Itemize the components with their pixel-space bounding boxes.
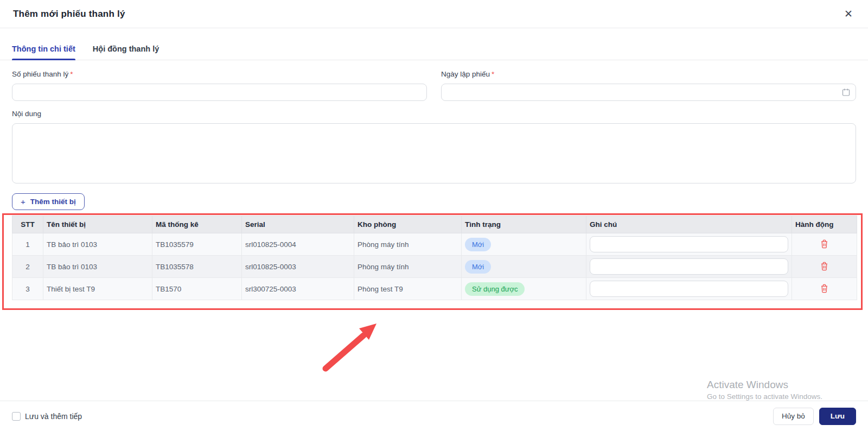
field-noi-dung: Nội dung xyxy=(12,110,856,186)
cell-hanh-dong xyxy=(792,278,857,300)
cell-hanh-dong xyxy=(792,233,857,256)
watermark-line2: Go to Settings to activate Windows. xyxy=(707,392,822,401)
close-icon[interactable]: ✕ xyxy=(842,7,855,21)
cell-ten-thiet-bi: Thiết bị test T9 xyxy=(43,278,152,300)
trash-icon xyxy=(820,284,828,293)
cell-kho-phong: Phòng test T9 xyxy=(354,278,462,300)
col-header-tinh-trang: Tình trạng xyxy=(462,216,586,233)
ngay-lap-input[interactable] xyxy=(441,84,856,101)
plus-icon: + xyxy=(21,197,25,206)
cell-ghi-chu xyxy=(586,278,792,300)
delete-row-button[interactable] xyxy=(819,238,829,250)
status-badge: Sử dụng được xyxy=(465,282,525,296)
cancel-button[interactable]: Hủy bỏ xyxy=(773,408,814,425)
add-device-button[interactable]: + Thêm thiết bị xyxy=(12,193,85,210)
required-asterisk: * xyxy=(70,70,73,78)
cell-ghi-chu xyxy=(586,233,792,256)
noi-dung-label: Nội dung xyxy=(12,110,856,118)
page-title: Thêm mới phiếu thanh lý xyxy=(13,9,125,20)
tab-thong-tin-chi-tiet[interactable]: Thông tin chi tiết xyxy=(12,37,75,60)
note-input[interactable] xyxy=(590,236,788,252)
save-button[interactable]: Lưu xyxy=(819,408,856,425)
calendar-icon[interactable] xyxy=(842,88,850,97)
noi-dung-textarea[interactable] xyxy=(12,123,856,183)
delete-row-button[interactable] xyxy=(819,283,829,294)
cell-kho-phong: Phòng máy tính xyxy=(354,233,462,256)
cell-stt: 2 xyxy=(12,256,43,278)
note-input[interactable] xyxy=(590,258,788,275)
cell-ghi-chu xyxy=(586,256,792,278)
tab-hoi-dong-thanh-ly[interactable]: Hội đồng thanh lý xyxy=(93,37,159,60)
cell-ten-thiet-bi: TB bảo trì 0103 xyxy=(43,256,152,278)
watermark-line1: Activate Windows xyxy=(707,379,822,391)
field-ngay-lap: Ngày lập phiếu* xyxy=(441,70,856,101)
status-badge: Mới xyxy=(465,260,491,274)
devices-table: STT Tên thiết bị Mã thống kê Serial Kho … xyxy=(12,216,857,300)
note-input[interactable] xyxy=(590,281,788,297)
required-asterisk: * xyxy=(492,70,494,78)
modal-header: Thêm mới phiếu thanh lý ✕ xyxy=(0,0,868,28)
col-header-ma-thong-ke: Mã thống kê xyxy=(152,216,242,233)
col-header-serial: Serial xyxy=(242,216,354,233)
status-badge: Mới xyxy=(465,238,491,251)
save-and-continue-label: Lưu và thêm tiếp xyxy=(25,412,82,421)
cell-ma-thong-ke: TB1035578 xyxy=(152,256,242,278)
col-header-stt: STT xyxy=(12,216,43,233)
cell-ten-thiet-bi: TB bảo trì 0103 xyxy=(43,233,152,256)
windows-activation-watermark: Activate Windows Go to Settings to activ… xyxy=(707,379,822,401)
col-header-kho-phong: Kho phòng xyxy=(354,216,462,233)
delete-row-button[interactable] xyxy=(819,261,829,272)
col-header-hanh-dong: Hành động xyxy=(792,216,857,233)
col-header-ten-thiet-bi: Tên thiết bị xyxy=(43,216,152,233)
cell-serial: srl010825-0003 xyxy=(242,256,354,278)
cell-tinh-trang: Mới xyxy=(462,256,586,278)
table-row: 3 Thiết bị test T9 TB1570 srl300725-0003… xyxy=(12,278,857,300)
save-and-continue-checkbox[interactable] xyxy=(12,412,21,421)
cell-stt: 3 xyxy=(12,278,43,300)
cell-ma-thong-ke: TB1570 xyxy=(152,278,242,300)
cell-stt: 1 xyxy=(12,233,43,256)
cell-hanh-dong xyxy=(792,256,857,278)
table-header-row: STT Tên thiết bị Mã thống kê Serial Kho … xyxy=(12,216,857,233)
cell-tinh-trang: Sử dụng được xyxy=(462,278,586,300)
modal-footer: Lưu và thêm tiếp Hủy bỏ Lưu xyxy=(0,401,868,431)
trash-icon xyxy=(820,262,828,271)
add-device-label: Thêm thiết bị xyxy=(30,198,76,206)
trash-icon xyxy=(820,239,828,249)
table-row: 2 TB bảo trì 0103 TB1035578 srl010825-00… xyxy=(12,256,857,278)
so-phieu-label: Số phiếu thanh lý* xyxy=(12,70,427,78)
so-phieu-input[interactable] xyxy=(12,84,427,101)
table-row: 1 TB bảo trì 0103 TB1035579 srl010825-00… xyxy=(12,233,857,256)
tab-bar: Thông tin chi tiết Hội đồng thanh lý xyxy=(0,37,868,60)
cell-tinh-trang: Mới xyxy=(462,233,586,256)
cell-serial: srl010825-0004 xyxy=(242,233,354,256)
annotation-arrow xyxy=(319,318,384,375)
col-header-ghi-chu: Ghi chú xyxy=(586,216,792,233)
ngay-lap-label: Ngày lập phiếu* xyxy=(441,70,856,78)
cell-kho-phong: Phòng máy tính xyxy=(354,256,462,278)
cell-serial: srl300725-0003 xyxy=(242,278,354,300)
cell-ma-thong-ke: TB1035579 xyxy=(152,233,242,256)
field-so-phieu: Số phiếu thanh lý* xyxy=(12,70,427,101)
